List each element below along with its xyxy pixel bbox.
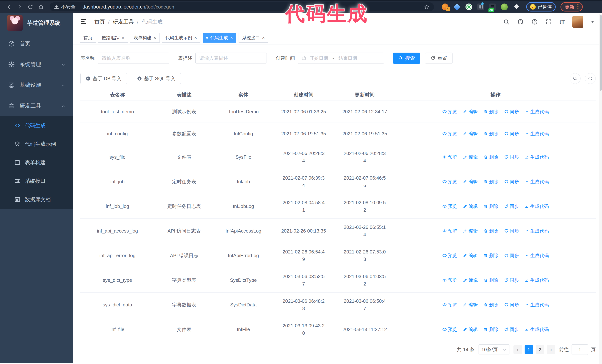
extension-green-icon[interactable]	[465, 3, 472, 10]
chevron-up-icon[interactable]	[61, 104, 65, 108]
chevron-down-icon[interactable]	[61, 62, 65, 67]
op-生成代码-link[interactable]: 生成代码	[525, 154, 549, 160]
op-生成代码-link[interactable]: 生成代码	[525, 252, 549, 259]
op-生成代码-link[interactable]: 生成代码	[525, 131, 549, 137]
github-icon[interactable]	[517, 19, 524, 25]
op-同步-link[interactable]: 同步	[504, 302, 519, 308]
hamburger-icon[interactable]	[80, 18, 88, 26]
op-预览-link[interactable]: 预览	[442, 252, 457, 259]
op-编辑-link[interactable]: 编辑	[463, 228, 478, 234]
forward-icon[interactable]	[16, 3, 24, 11]
logo-row[interactable]: 芋道管理系统	[0, 13, 73, 33]
extension-gem-icon[interactable]	[454, 3, 460, 10]
op-预览-link[interactable]: 预览	[442, 228, 457, 234]
op-编辑-link[interactable]: 编辑	[463, 277, 478, 283]
op-删除-link[interactable]: 删除	[484, 131, 498, 137]
reset-button[interactable]: 重置	[425, 52, 452, 64]
extensions-puzzle-icon[interactable]	[513, 3, 520, 10]
op-同步-link[interactable]: 同步	[504, 228, 519, 234]
tab-系统接口[interactable]: 系统接口×	[239, 33, 268, 42]
import-db-button[interactable]: 基于 DB 导入	[80, 73, 127, 84]
op-删除-link[interactable]: 删除	[484, 109, 498, 115]
op-生成代码-link[interactable]: 生成代码	[525, 179, 549, 185]
tab-close-icon[interactable]: ×	[154, 36, 156, 40]
tab-链路追踪[interactable]: 链路追踪×	[98, 33, 128, 42]
op-删除-link[interactable]: 删除	[484, 154, 498, 160]
tab-代码生成[interactable]: 代码生成×	[203, 33, 236, 42]
op-删除-link[interactable]: 删除	[484, 228, 498, 234]
table-name-input[interactable]	[98, 52, 169, 64]
help-icon[interactable]	[531, 19, 538, 25]
op-删除-link[interactable]: 删除	[484, 302, 498, 308]
sidebar-subitem-系统接口[interactable]: 系统接口	[0, 172, 73, 190]
tab-表单构建[interactable]: 表单构建×	[130, 33, 160, 42]
op-编辑-link[interactable]: 编辑	[463, 203, 478, 209]
date-range-picker[interactable]: 开始日期 - 结束日期	[298, 52, 384, 64]
op-编辑-link[interactable]: 编辑	[463, 252, 478, 259]
op-同步-link[interactable]: 同步	[504, 252, 519, 259]
op-生成代码-link[interactable]: 生成代码	[525, 302, 549, 308]
op-删除-link[interactable]: 删除	[484, 252, 498, 259]
tab-close-icon[interactable]: ×	[122, 36, 124, 40]
op-预览-link[interactable]: 预览	[442, 109, 457, 115]
fullscreen-icon[interactable]	[545, 19, 552, 25]
extension-proxy-icon[interactable]: on	[489, 3, 496, 10]
scrollbar-thumb[interactable]	[600, 15, 602, 91]
op-生成代码-link[interactable]: 生成代码	[525, 109, 549, 115]
sidebar-subitem-表单构建[interactable]: 表单构建	[0, 153, 73, 172]
url-path[interactable]: /tool/codegen	[145, 4, 174, 10]
op-预览-link[interactable]: 预览	[442, 179, 457, 185]
profile-paused-badge[interactable]: 已暂停	[526, 2, 556, 11]
breadcrumb-item[interactable]: 研发工具	[113, 18, 134, 25]
op-预览-link[interactable]: 预览	[442, 203, 457, 209]
prev-page-button[interactable]: ‹	[514, 345, 522, 354]
page-size-select[interactable]: 10条/页	[478, 344, 510, 355]
browser-menu-icon[interactable]	[577, 4, 579, 10]
op-编辑-link[interactable]: 编辑	[463, 179, 478, 185]
reload-icon[interactable]	[26, 3, 34, 11]
op-同步-link[interactable]: 同步	[504, 277, 519, 283]
breadcrumb-item[interactable]: 代码生成	[142, 18, 163, 25]
url-host[interactable]: dashboard.yudao.iocoder.cn	[82, 4, 145, 10]
op-预览-link[interactable]: 预览	[442, 302, 457, 308]
table-desc-input[interactable]	[195, 52, 267, 64]
op-同步-link[interactable]: 同步	[504, 109, 519, 115]
sidebar-subitem-数据库文档[interactable]: 数据库文档	[0, 190, 73, 209]
search-button[interactable]: 搜索	[393, 52, 420, 64]
op-生成代码-link[interactable]: 生成代码	[525, 277, 549, 283]
sidebar-subitem-代码生成示例[interactable]: 代码生成示例	[0, 135, 73, 153]
sidebar-item-基础设施[interactable]: 基础设施	[0, 75, 73, 95]
toggle-search-button[interactable]	[570, 73, 580, 84]
op-同步-link[interactable]: 同步	[504, 203, 519, 209]
home-icon[interactable]	[37, 3, 45, 11]
op-编辑-link[interactable]: 编辑	[463, 326, 478, 333]
op-编辑-link[interactable]: 编辑	[463, 131, 478, 137]
tab-close-icon[interactable]: ×	[194, 36, 197, 40]
sidebar-subitem-代码生成[interactable]: 代码生成	[0, 116, 73, 135]
extension-columns-icon[interactable]	[477, 3, 484, 10]
back-icon[interactable]	[5, 3, 13, 11]
op-删除-link[interactable]: 删除	[484, 326, 498, 333]
op-生成代码-link[interactable]: 生成代码	[525, 326, 549, 333]
next-page-button[interactable]: ›	[547, 345, 555, 354]
page-button-2[interactable]: 2	[536, 345, 544, 354]
font-size-icon[interactable]: tT	[559, 19, 565, 25]
op-删除-link[interactable]: 删除	[484, 179, 498, 185]
page-button-1[interactable]: 1	[525, 345, 533, 354]
security-label[interactable]: 不安全	[61, 4, 75, 10]
op-预览-link[interactable]: 预览	[442, 154, 457, 160]
refresh-table-button[interactable]	[585, 73, 596, 84]
bookmark-star-icon[interactable]	[424, 4, 430, 10]
op-编辑-link[interactable]: 编辑	[463, 109, 478, 115]
address-bar[interactable]: 不安全 dashboard.yudao.iocoder.cn /tool/cod…	[50, 2, 434, 11]
tab-首页[interactable]: 首页	[80, 33, 96, 42]
op-预览-link[interactable]: 预览	[442, 326, 457, 333]
sidebar-item-研发工具[interactable]: 研发工具	[0, 95, 73, 116]
op-预览-link[interactable]: 预览	[442, 131, 457, 137]
op-删除-link[interactable]: 删除	[484, 203, 498, 209]
tab-close-icon[interactable]: ×	[230, 36, 233, 40]
op-同步-link[interactable]: 同步	[504, 154, 519, 160]
browser-update-button[interactable]: 更新	[560, 2, 583, 11]
window-scrollbar[interactable]	[599, 14, 602, 364]
extension-orange-icon[interactable]: 1	[442, 3, 448, 10]
